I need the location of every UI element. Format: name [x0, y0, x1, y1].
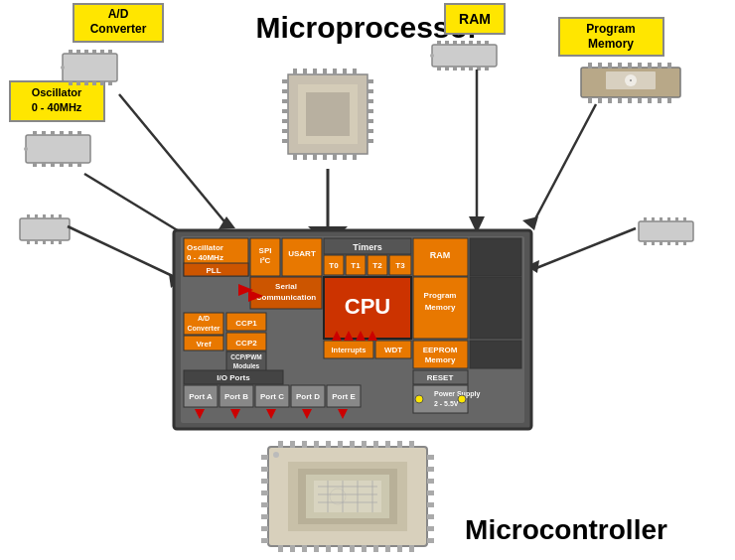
svg-rect-239	[278, 441, 283, 448]
svg-rect-121	[652, 240, 655, 245]
svg-rect-264	[261, 467, 268, 472]
svg-rect-100	[667, 63, 671, 69]
svg-rect-21	[42, 131, 46, 136]
svg-rect-94	[608, 63, 612, 69]
svg-text:T1: T1	[351, 261, 361, 270]
svg-rect-24	[69, 131, 73, 136]
ad-converter-label: A/D	[108, 7, 129, 21]
ram-chip	[430, 41, 497, 70]
svg-rect-261	[397, 545, 402, 552]
microcontroller-title: Microcontroller	[465, 514, 667, 545]
svg-rect-71	[367, 109, 373, 113]
svg-rect-69	[367, 89, 373, 93]
svg-rect-5	[63, 54, 117, 81]
svg-rect-253	[302, 545, 307, 552]
svg-rect-173	[470, 277, 521, 339]
svg-text:I/O Ports: I/O Ports	[217, 373, 250, 382]
svg-rect-22	[51, 131, 55, 136]
svg-rect-275	[427, 502, 434, 507]
svg-text:RESET: RESET	[427, 373, 454, 382]
microcontroller-chip	[261, 441, 434, 552]
svg-point-112	[630, 79, 632, 81]
svg-rect-43	[59, 239, 62, 244]
right-side-chip	[639, 217, 693, 245]
svg-text:Port E: Port E	[332, 392, 356, 401]
svg-rect-254	[314, 545, 319, 552]
svg-text:Memory: Memory	[425, 303, 456, 312]
svg-rect-60	[353, 153, 357, 160]
svg-rect-15	[92, 80, 96, 85]
svg-text:Port B: Port B	[224, 392, 248, 401]
svg-text:Power Supply: Power Supply	[434, 390, 480, 398]
svg-rect-93	[598, 63, 602, 69]
svg-rect-120	[644, 240, 647, 245]
svg-rect-82	[485, 41, 489, 46]
svg-rect-197	[470, 341, 521, 368]
svg-text:Serial: Serial	[275, 282, 297, 291]
left-side-chip	[20, 214, 70, 244]
svg-text:Communication: Communication	[256, 293, 317, 302]
svg-rect-63	[282, 99, 289, 103]
svg-rect-256	[338, 545, 343, 552]
svg-rect-125	[683, 240, 686, 245]
svg-rect-52	[343, 69, 347, 75]
svg-rect-255	[326, 545, 331, 552]
svg-rect-241	[302, 441, 307, 448]
svg-text:2 - 5.5V: 2 - 5.5V	[434, 400, 459, 407]
svg-rect-50	[323, 69, 327, 75]
svg-rect-85	[453, 66, 457, 70]
svg-rect-103	[608, 97, 612, 103]
svg-text:Port D: Port D	[296, 392, 320, 401]
svg-rect-243	[326, 441, 331, 448]
svg-rect-53	[353, 69, 357, 75]
svg-rect-11	[108, 50, 112, 55]
svg-text:CCP/PWM: CCP/PWM	[230, 353, 261, 360]
svg-point-210	[458, 395, 466, 403]
svg-rect-240	[290, 441, 295, 448]
svg-text:EEPROM: EEPROM	[423, 346, 458, 354]
ram-label: RAM	[459, 11, 491, 27]
svg-rect-12	[69, 80, 73, 85]
svg-rect-58	[333, 153, 337, 160]
svg-rect-276	[427, 514, 434, 519]
svg-rect-70	[367, 99, 373, 103]
svg-rect-10	[100, 50, 104, 55]
svg-rect-274	[427, 490, 434, 495]
svg-rect-81	[477, 41, 481, 46]
svg-text:Port C: Port C	[260, 392, 284, 401]
svg-rect-106	[638, 97, 642, 103]
svg-rect-75	[432, 45, 497, 67]
svg-rect-23	[60, 131, 64, 136]
svg-rect-27	[42, 162, 46, 167]
svg-rect-123	[667, 240, 670, 245]
svg-rect-260	[385, 545, 390, 552]
svg-rect-41	[43, 239, 46, 244]
svg-text:Timers: Timers	[353, 242, 381, 252]
svg-rect-48	[303, 69, 307, 75]
svg-rect-277	[427, 526, 434, 531]
svg-rect-87	[469, 66, 473, 70]
svg-rect-37	[51, 214, 54, 219]
svg-rect-9	[92, 50, 96, 55]
svg-rect-30	[69, 162, 73, 167]
svg-rect-262	[409, 545, 414, 552]
ad-converter-chip	[61, 50, 117, 85]
svg-rect-16	[100, 80, 104, 85]
svg-rect-122	[660, 240, 662, 245]
svg-rect-278	[427, 538, 434, 543]
svg-rect-115	[652, 217, 655, 222]
svg-rect-78	[453, 41, 457, 46]
svg-text:WDT: WDT	[384, 346, 402, 354]
svg-text:SPI: SPI	[259, 246, 272, 255]
svg-rect-263	[261, 455, 268, 460]
svg-text:CPU: CPU	[345, 294, 390, 319]
oscillator-label2: 0 - 40MHz	[32, 101, 82, 113]
svg-rect-65	[282, 119, 289, 123]
svg-text:I²C: I²C	[260, 256, 271, 265]
program-memory-label2: Memory	[588, 37, 634, 51]
svg-rect-257	[350, 545, 355, 552]
svg-rect-248	[385, 441, 390, 448]
svg-text:USART: USART	[288, 249, 316, 258]
svg-rect-96	[628, 63, 632, 69]
svg-text:Memory: Memory	[425, 355, 456, 364]
